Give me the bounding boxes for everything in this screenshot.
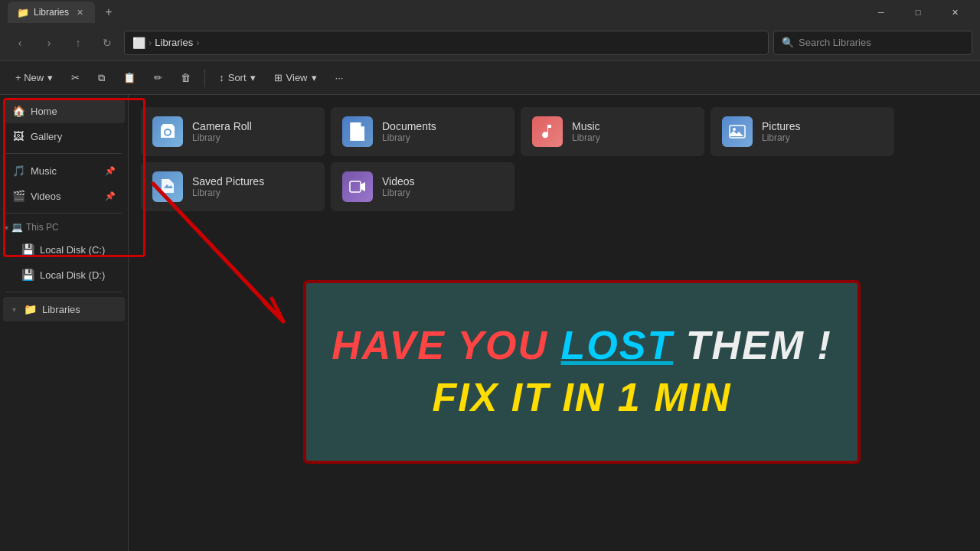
library-pictures[interactable]: Pictures Library [710, 107, 894, 156]
music-name: Music [572, 120, 600, 132]
sidebar-group-this-pc[interactable]: ▾ 💻 This PC [0, 218, 128, 236]
documents-sub: Library [382, 132, 436, 143]
saved-pictures-text: Saved Pictures Library [192, 175, 264, 198]
new-tab-button[interactable]: + [98, 2, 119, 23]
sidebar-home-label: Home [31, 106, 57, 117]
rename-button[interactable]: ✏ [146, 66, 170, 90]
videos-text: Videos Library [382, 175, 415, 198]
videos-sub: Library [382, 187, 415, 198]
sidebar-item-local-d[interactable]: 💾 Local Disk (D:) [3, 262, 125, 287]
sidebar-item-local-c[interactable]: 💾 Local Disk (C:) [3, 237, 125, 262]
copy-button[interactable]: ⧉ [90, 66, 113, 90]
more-label: ··· [335, 72, 344, 83]
minimize-button[interactable]: ─ [864, 0, 899, 24]
sort-icon: ↕ [219, 72, 224, 83]
view-label: View [286, 72, 308, 83]
this-pc-icon: 💻 [11, 222, 23, 233]
videos-lib-icon [342, 171, 373, 202]
sort-button[interactable]: ↕ Sort ▾ [211, 66, 263, 90]
sidebar-local-d-label: Local Disk (D:) [40, 269, 105, 281]
delete-button[interactable]: 🗑 [173, 66, 198, 90]
tab-title: Libraries [34, 7, 69, 18]
maximize-button[interactable]: □ [900, 0, 936, 24]
library-camera-roll[interactable]: Camera Roll Library [141, 107, 325, 156]
rename-icon: ✏ [154, 72, 162, 83]
sidebar-libraries-label: Libraries [42, 304, 80, 315]
search-box[interactable]: 🔍 Search Libraries [773, 31, 972, 55]
view-button[interactable]: ⊞ View ▾ [266, 66, 325, 90]
gallery-icon: 🖼 [12, 130, 24, 142]
videos-name: Videos [382, 175, 415, 187]
overlay-line2: FIX IT IN 1 MIN [332, 372, 831, 424]
camera-roll-name: Camera Roll [192, 120, 252, 132]
overlay-line1: HAVE YOU LOST THEM ! [332, 320, 831, 372]
cut-button[interactable]: ✂ [64, 66, 87, 90]
videos-pin-icon: 📌 [105, 191, 116, 201]
copy-icon: ⧉ [98, 72, 105, 84]
toolbar: + New ▾ ✂ ⧉ 📋 ✏ 🗑 ↕ Sort ▾ ⊞ View ▾ ··· [0, 61, 980, 95]
new-label: + New [15, 72, 44, 83]
more-button[interactable]: ··· [328, 66, 351, 90]
overlay-them: THEM ! [673, 323, 832, 367]
search-placeholder: Search Libraries [799, 37, 871, 48]
camera-roll-sub: Library [192, 132, 252, 143]
sidebar-item-home[interactable]: 🏠 Home [3, 99, 125, 123]
library-saved-pictures[interactable]: Saved Pictures Library [141, 162, 325, 211]
expand-icon: ▾ [5, 223, 8, 232]
sidebar-item-gallery[interactable]: 🖼 Gallery [3, 124, 125, 148]
sort-chevron-icon: ▾ [250, 72, 256, 83]
overlay-have-you: HAVE YOU [332, 323, 560, 367]
close-window-button[interactable]: ✕ [937, 0, 972, 24]
view-chevron-icon: ▾ [312, 72, 317, 83]
sidebar-gallery-label: Gallery [31, 131, 62, 142]
libraries-folder-icon: 📁 [24, 303, 36, 315]
camera-roll-icon [152, 116, 183, 147]
sidebar-videos-label: Videos [31, 191, 61, 202]
active-tab[interactable]: 📁 Libraries ✕ [8, 2, 95, 23]
title-bar: 📁 Libraries ✕ + ─ □ ✕ [0, 0, 980, 24]
new-button[interactable]: + New ▾ [8, 66, 60, 90]
back-button[interactable]: ‹ [8, 31, 32, 55]
local-disk-c-icon: 💾 [21, 243, 34, 256]
library-documents[interactable]: Documents Library [331, 107, 514, 156]
music-lib-icon [532, 116, 563, 147]
toolbar-separator [204, 69, 205, 87]
library-music[interactable]: Music Library [521, 107, 704, 156]
documents-text: Documents Library [382, 120, 436, 143]
overlay-lost: LOST [561, 323, 674, 367]
refresh-button[interactable]: ↻ [95, 31, 119, 55]
overlay-promo-box: HAVE YOU LOST THEM ! FIX IT IN 1 MIN [303, 280, 861, 464]
path-libraries: Libraries [155, 37, 193, 48]
music-sub: Library [572, 132, 600, 143]
camera-roll-text: Camera Roll Library [192, 120, 252, 143]
library-videos[interactable]: Videos Library [331, 162, 514, 211]
documents-icon [342, 116, 373, 147]
sidebar-music-label: Music [31, 165, 57, 177]
saved-pictures-sub: Library [192, 187, 264, 198]
pictures-name: Pictures [762, 120, 801, 132]
path-separator-2: › [196, 37, 199, 48]
forward-button[interactable]: › [37, 31, 61, 55]
tab-folder-icon: 📁 [17, 7, 29, 18]
paste-button[interactable]: 📋 [116, 66, 143, 90]
window-controls: ─ □ ✕ [864, 0, 972, 24]
tab-area: 📁 Libraries ✕ + [8, 2, 119, 23]
pictures-sub: Library [762, 132, 801, 143]
address-path[interactable]: ⬜ › Libraries › [124, 31, 769, 55]
pictures-icon [722, 116, 753, 147]
sidebar-item-videos[interactable]: 🎬 Videos 📌 [3, 184, 125, 208]
address-bar: ‹ › ↑ ↻ ⬜ › Libraries › 🔍 Search Librari… [0, 24, 980, 61]
saved-pictures-icon [152, 171, 183, 202]
sidebar-item-music[interactable]: 🎵 Music 📌 [3, 158, 125, 183]
local-disk-d-icon: 💾 [21, 269, 34, 281]
paste-icon: 📋 [123, 72, 136, 83]
up-button[interactable]: ↑ [66, 31, 90, 55]
view-icon: ⊞ [274, 72, 283, 83]
overlay-text: HAVE YOU LOST THEM ! FIX IT IN 1 MIN [332, 320, 831, 423]
delete-icon: 🗑 [181, 72, 191, 83]
music-icon: 🎵 [12, 165, 24, 177]
sidebar-item-libraries[interactable]: ▾ 📁 Libraries [3, 297, 125, 321]
pictures-text: Pictures Library [762, 120, 801, 143]
path-icon: ⬜ [132, 37, 145, 49]
tab-close-button[interactable]: ✕ [74, 6, 86, 18]
